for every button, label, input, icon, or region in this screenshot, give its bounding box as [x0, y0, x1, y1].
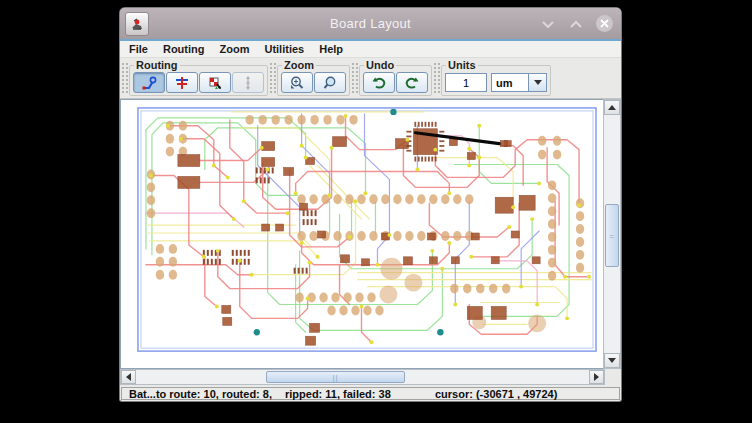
menu-utilities[interactable]: Utilities — [264, 43, 304, 55]
autoroute-flag-icon — [207, 75, 223, 91]
toolbar-group-routing: Routing — [129, 59, 268, 96]
redo-icon — [404, 75, 420, 91]
redo-button[interactable] — [396, 72, 428, 93]
arrow-up-icon — [608, 105, 616, 110]
scroll-right-button[interactable] — [589, 370, 604, 384]
status-rip-summary: ripped: 11, failed: 38 — [285, 388, 391, 400]
toolbar: Routing — [120, 58, 621, 99]
move-icon — [240, 75, 256, 91]
menu-routing[interactable]: Routing — [163, 43, 205, 55]
toolbar-grip[interactable] — [351, 62, 358, 95]
status-bar: Bat...to route: 10, routed: 8, ripped: 1… — [121, 387, 620, 400]
vertical-scrollbar[interactable]: = — [603, 99, 621, 369]
scroll-up-button[interactable] — [604, 100, 620, 115]
toolbar-grip[interactable] — [269, 62, 276, 95]
status-cursor-position: cursor: (-30671 , 49724) — [435, 388, 557, 400]
route-icon — [141, 75, 157, 91]
units-combobox[interactable]: um — [491, 73, 547, 92]
arrow-left-icon — [126, 373, 131, 381]
group-label-zoom: Zoom — [282, 59, 316, 71]
chevron-down-icon — [534, 80, 542, 85]
window-title: Board Layout — [120, 16, 621, 31]
scrollbar-corner — [605, 369, 621, 385]
group-label-undo: Undo — [364, 59, 396, 71]
hscroll-row: || — [120, 369, 621, 385]
units-value-input[interactable] — [445, 73, 487, 92]
toolbar-group-units: Units um — [441, 59, 551, 96]
menu-help[interactable]: Help — [319, 43, 343, 55]
thumb-grip: = — [609, 231, 615, 240]
vertical-scroll-thumb[interactable]: = — [605, 204, 619, 267]
units-dropdown-button[interactable] — [528, 73, 547, 92]
board-layout-window: Board Layout File Routing Zoom — [120, 8, 621, 401]
units-selected-value: um — [491, 73, 528, 92]
zoom-out-button[interactable] — [314, 72, 346, 93]
ripup-icon — [174, 75, 190, 91]
toolbar-grip[interactable] — [121, 62, 128, 95]
toolbar-grip[interactable] — [433, 62, 440, 95]
scroll-down-button[interactable] — [604, 353, 620, 368]
menu-file[interactable]: File — [129, 43, 148, 55]
group-label-units: Units — [446, 59, 478, 71]
zoom-out-icon — [322, 75, 338, 91]
title-bar[interactable]: Board Layout — [120, 8, 621, 39]
arrow-down-icon — [608, 358, 616, 363]
canvas-area: = — [120, 99, 621, 369]
zoom-in-icon — [289, 75, 305, 91]
autoroute-button[interactable] — [199, 72, 231, 93]
group-label-routing: Routing — [134, 59, 180, 71]
menu-zoom[interactable]: Zoom — [220, 43, 250, 55]
board-canvas[interactable] — [121, 100, 603, 368]
horizontal-scroll-thumb[interactable]: || — [266, 371, 405, 383]
desktop: Board Layout File Routing Zoom — [0, 0, 752, 423]
horizontal-scrollbar[interactable]: || — [120, 369, 605, 385]
scroll-left-button[interactable] — [121, 370, 136, 384]
menu-bar: File Routing Zoom Utilities Help — [120, 41, 621, 58]
board-viewport — [120, 99, 603, 369]
status-routing-summary: Bat...to route: 10, routed: 8, — [129, 388, 272, 400]
thumb-grip: || — [332, 373, 338, 382]
arrow-right-icon — [594, 373, 599, 381]
undo-icon — [371, 75, 387, 91]
toolbar-group-zoom: Zoom — [277, 59, 350, 96]
zoom-region-button[interactable] — [281, 72, 313, 93]
toolbar-group-undo: Undo — [359, 59, 432, 96]
undo-button[interactable] — [363, 72, 395, 93]
ripup-tool-button[interactable] — [166, 72, 198, 93]
move-tool-button[interactable] — [232, 72, 264, 93]
route-tool-button[interactable] — [133, 72, 165, 93]
